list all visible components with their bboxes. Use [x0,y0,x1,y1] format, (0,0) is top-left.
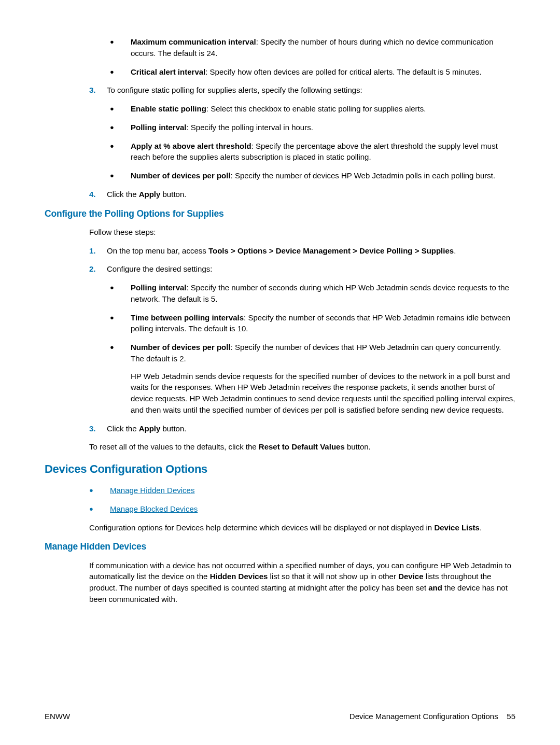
step-bold: Apply [139,190,161,199]
term-label: Apply at % above alert threshold [131,142,251,150]
reset-post: button. [345,442,371,451]
list-item: ● Enable static polling: Select this che… [110,103,515,115]
list-item: ● Number of devices per poll: Specify th… [110,170,515,181]
list-item-content: Number of devices per poll: Specify the … [131,342,515,416]
intro-bold: Device Lists [434,523,480,532]
list-item-content: Polling interval: Specify the polling in… [131,122,515,133]
list-item-content: Critical alert interval: Specify how oft… [131,66,515,78]
list-item: ● Polling interval: Specify the number o… [110,282,515,305]
term-text: : Specify how often devices are polled f… [205,67,482,76]
step-number: 1. [89,245,107,257]
step-pre: Click the [107,190,139,199]
bullet-icon: ● [110,104,131,116]
step-number: 2. [89,263,107,275]
step-pre: Click the [107,424,139,433]
bullet-icon: ● [110,313,131,336]
heading-configure-polling: Configure the Polling Options for Suppli… [45,207,515,220]
follow-text: Follow these steps: [89,227,515,238]
devices-config-intro: Configuration options for Devices help d… [89,522,515,533]
bullet-icon: ● [110,37,131,60]
bullet-icon: ● [110,283,131,306]
term-text: : Select this checkbox to enable static … [206,104,426,113]
list-item: ● Polling interval: Specify the polling … [110,122,515,133]
list-item-content: Number of devices per poll: Specify the … [131,170,515,181]
term-label: Polling interval [131,283,187,292]
step-bold: Apply [139,424,161,433]
list-item-content: Apply at % above alert threshold: Specif… [131,140,515,163]
step-text: To configure static polling for supplies… [107,86,362,94]
term-text: : Specify the polling interval in hours. [187,123,313,132]
bullet-icon: ● [110,343,131,417]
bullet-icon: ● [110,123,131,134]
step-content: Click the Apply button. [107,189,515,200]
intro-pre: Configuration options for Devices help d… [89,523,434,532]
step-content: Configure the desired settings: [107,263,515,275]
list-item: ● Maximum communication interval: Specif… [110,36,515,59]
list-item: ● Apply at % above alert threshold: Spec… [110,140,515,163]
bullet-icon: ● [89,504,110,516]
mh-d: Device [398,572,423,581]
link-manage-blocked-devices[interactable]: Manage Blocked Devices [110,504,198,513]
list-item-content: Time between polling intervals: Specify … [131,312,515,335]
page-content: ● Maximum communication interval: Specif… [0,0,560,633]
page-footer: ENWW Device Management Configuration Opt… [45,711,515,722]
step-3-bullets: ● Enable static polling: Select this che… [110,103,515,181]
list-item-content: Manage Blocked Devices [110,503,515,515]
reset-pre: To reset all of the values to the defaul… [89,442,259,451]
bullet-icon: ● [89,486,110,497]
step-4: 4. Click the Apply button. [89,189,515,200]
cp-step-2: 2. Configure the desired settings: [89,263,515,275]
term-label: Time between polling intervals [131,313,244,322]
step-number: 3. [89,423,107,434]
mh-b: Hidden Devices [210,572,268,581]
step-text: Configure the desired settings: [107,264,212,273]
reset-paragraph: To reset all of the values to the defaul… [89,441,515,453]
cp-step-3: 3. Click the Apply button. [89,423,515,434]
mh-f: and [428,583,442,592]
mh-c: list so that it will not show up in othe… [268,572,398,581]
term-label: Number of devices per poll [131,171,231,180]
manage-hidden-paragraph: If communication with a device has not o… [89,560,515,605]
step-3: 3. To configure static polling for suppl… [89,85,515,96]
term-label: Polling interval [131,123,187,132]
bullet-icon: ● [110,142,131,164]
step-number: 3. [89,85,107,96]
footer-section-title: Device Management Configuration Options [349,712,498,721]
extra-paragraph: HP Web Jetadmin sends device requests fo… [131,371,515,416]
term-label: Number of devices per poll [131,343,231,352]
cp-step-1: 1. On the top menu bar, access Tools > O… [89,245,515,257]
step-number: 4. [89,189,107,200]
list-item: ● Time between polling intervals: Specif… [110,312,515,335]
term-text: : Specify the number of seconds during w… [131,283,509,303]
footer-page-number: 55 [507,712,515,721]
term-label: Enable static polling [131,104,206,113]
step-bold: Tools > Options > Device Management > De… [208,246,454,255]
step-content: To configure static polling for supplies… [107,85,515,96]
intro-post: . [480,523,482,532]
term-label: Critical alert interval [131,67,205,76]
step-post: button. [160,190,186,199]
devices-config-links: ● Manage Hidden Devices ● Manage Blocked… [89,485,515,515]
bullet-icon: ● [110,171,131,182]
step-post: . [454,246,456,255]
list-item-content: Enable static polling: Select this check… [131,103,515,115]
list-item-content: Polling interval: Specify the number of … [131,282,515,305]
list-item-content: Manage Hidden Devices [110,485,515,496]
footer-left: ENWW [45,711,70,722]
list-item: ● Critical alert interval: Specify how o… [110,66,515,78]
cp-step-2-bullets: ● Polling interval: Specify the number o… [110,282,515,416]
step-pre: On the top menu bar, access [107,246,208,255]
term-text: : Specify the number of devices HP Web J… [231,171,496,180]
link-manage-hidden-devices[interactable]: Manage Hidden Devices [110,486,194,495]
heading-devices-config: Devices Configuration Options [45,461,515,477]
step-content: On the top menu bar, access Tools > Opti… [107,245,515,257]
list-item-content: Maximum communication interval: Specify … [131,36,515,59]
step-post: button. [160,424,186,433]
footer-right: Device Management Configuration Options … [349,711,515,722]
heading-manage-hidden: Manage Hidden Devices [45,540,515,553]
term-label: Maximum communication interval [131,37,256,46]
list-item: ● Number of devices per poll: Specify th… [110,342,515,416]
top-bullet-list: ● Maximum communication interval: Specif… [110,36,515,77]
list-item: ● Manage Hidden Devices [89,485,515,496]
list-item: ● Manage Blocked Devices [89,503,515,515]
